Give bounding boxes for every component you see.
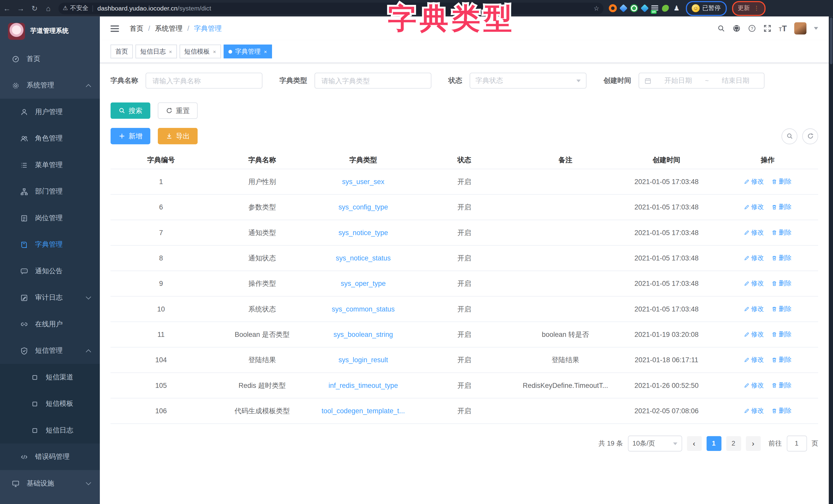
sidebar-item-sms-log[interactable]: 短信日志 <box>0 417 100 444</box>
delete-button[interactable]: 删除 <box>771 406 792 415</box>
page-2-button[interactable]: 2 <box>726 436 741 451</box>
search-icon[interactable] <box>717 24 725 32</box>
dict-type-link[interactable]: sys_notice_status <box>336 254 390 262</box>
dict-type-link[interactable]: tool_codegen_template_t... <box>322 407 405 415</box>
tab-home[interactable]: 首页 <box>111 45 133 58</box>
delete-button[interactable]: 删除 <box>771 228 792 237</box>
table-refresh-button[interactable] <box>802 128 818 144</box>
prev-page-button[interactable]: ‹ <box>687 436 701 451</box>
dict-name-input[interactable] <box>145 73 262 89</box>
home-icon[interactable]: ⌂ <box>41 4 55 12</box>
add-button[interactable]: 新增 <box>111 128 150 144</box>
edit-button[interactable]: 修改 <box>744 406 764 415</box>
goto-page-input[interactable]: 1 <box>787 435 807 451</box>
sidebar-item-sms-channel[interactable]: 短信渠道 <box>0 364 100 390</box>
sidebar-item-infrastructure[interactable]: 基础设施 <box>0 470 100 497</box>
sidebar-item-departments[interactable]: 部门管理 <box>0 178 100 205</box>
close-icon[interactable]: × <box>264 48 267 54</box>
sidebar-item-sms-template[interactable]: 短信模板 <box>0 390 100 417</box>
status-select[interactable]: 字典状态 <box>470 73 587 89</box>
page-1-button[interactable]: 1 <box>706 436 721 451</box>
ext-list-icon[interactable]: on <box>651 5 658 11</box>
help-icon[interactable]: ? <box>748 24 756 32</box>
fullscreen-icon[interactable] <box>763 24 771 32</box>
delete-button[interactable]: 删除 <box>771 356 792 364</box>
bookmark-star-icon[interactable]: ☆ <box>594 5 599 12</box>
close-icon[interactable]: × <box>169 48 172 54</box>
search-button[interactable]: 搜索 <box>111 102 150 119</box>
app-logo[interactable]: 芋道管理系统 <box>0 17 100 46</box>
edit-button[interactable]: 修改 <box>744 279 764 288</box>
font-size-icon[interactable]: ᴛT <box>779 24 787 33</box>
edit-button[interactable]: 修改 <box>744 305 764 313</box>
sidebar-item-error-code[interactable]: 错误码管理 <box>0 444 100 470</box>
delete-button[interactable]: 删除 <box>771 177 792 186</box>
delete-button[interactable]: 删除 <box>771 381 792 390</box>
breadcrumb-home[interactable]: 首页 <box>129 24 143 33</box>
tab-sms-log[interactable]: 短信日志× <box>136 45 177 58</box>
dict-type-input[interactable] <box>315 73 431 89</box>
reset-button[interactable]: 重置 <box>158 102 197 119</box>
breadcrumb-system[interactable]: 系统管理 <box>155 24 183 33</box>
delete-button[interactable]: 删除 <box>771 330 792 339</box>
ext-diamond-icon[interactable] <box>641 4 649 12</box>
sidebar-item-home[interactable]: 首页 <box>0 46 100 72</box>
sidebar-item-posts[interactable]: 岗位管理 <box>0 205 100 231</box>
sidebar-item-roles[interactable]: 角色管理 <box>0 125 100 152</box>
table-search-button[interactable] <box>781 128 797 144</box>
sidebar-item-notice[interactable]: 通知公告 <box>0 258 100 284</box>
hamburger-icon[interactable] <box>111 25 119 31</box>
dict-type-link[interactable]: sys_notice_type <box>338 229 388 236</box>
sidebar-item-system[interactable]: 系统管理 <box>0 72 100 98</box>
forward-icon[interactable]: → <box>14 4 28 12</box>
ext-green-icon[interactable] <box>630 4 638 12</box>
github-icon[interactable] <box>733 24 741 32</box>
browser-profile-chip[interactable]: ☺ 已暂停 <box>686 1 727 16</box>
dict-type-link[interactable]: sys_boolean_string <box>333 330 393 338</box>
menu-dots-icon[interactable]: ⋮ <box>754 5 760 12</box>
reload-icon[interactable]: ↻ <box>28 4 42 12</box>
page-size-select[interactable]: 10条/页 <box>628 435 682 451</box>
next-page-button[interactable]: › <box>746 436 761 451</box>
browser-update-button[interactable]: 更新 ⋮ <box>732 1 765 16</box>
edit-button[interactable]: 修改 <box>744 177 764 186</box>
dict-type-link[interactable]: sys_user_sex <box>342 178 384 185</box>
export-button[interactable]: 导出 <box>158 128 197 144</box>
dict-type-link[interactable]: sys_login_result <box>338 356 388 364</box>
delete-button[interactable]: 删除 <box>771 254 792 262</box>
sidebar-item-menus[interactable]: 菜单管理 <box>0 152 100 178</box>
edit-button[interactable]: 修改 <box>744 356 764 364</box>
sidebar-item-online-users[interactable]: 在线用户 <box>0 311 100 337</box>
back-icon[interactable]: ← <box>0 4 14 12</box>
sidebar-item-dict[interactable]: 字典管理 <box>0 231 100 258</box>
dict-type-link[interactable]: sys_oper_type <box>341 280 386 287</box>
close-icon[interactable]: × <box>213 48 216 54</box>
ext-person-icon[interactable]: ♟ <box>673 4 681 12</box>
delete-button[interactable]: 删除 <box>771 279 792 288</box>
edit-button[interactable]: 修改 <box>744 330 764 339</box>
dict-type-link[interactable]: sys_config_type <box>338 203 388 211</box>
browser-scrollbar[interactable] <box>829 17 833 504</box>
edit-button[interactable]: 修改 <box>744 254 764 262</box>
sidebar-item-users[interactable]: 用户管理 <box>0 99 100 125</box>
delete-button[interactable]: 删除 <box>771 203 792 212</box>
date-range-picker[interactable]: 开始日期 ~ 结束日期 <box>639 73 764 89</box>
address-bar[interactable]: ⚠ 不安全 dashboard.yudao.iocoder.cn/system/… <box>58 2 603 14</box>
divider <box>93 5 93 11</box>
ext-gem-icon[interactable] <box>619 4 627 12</box>
edit-button[interactable]: 修改 <box>744 228 764 237</box>
delete-button[interactable]: 删除 <box>771 305 792 313</box>
sidebar-item-sms[interactable]: 短信管理 <box>0 337 100 364</box>
tab-dict[interactable]: 字典管理× <box>223 45 272 58</box>
caret-down-icon[interactable] <box>814 27 818 30</box>
ext-leaf-icon[interactable] <box>662 5 669 12</box>
tab-sms-template[interactable]: 短信模板× <box>180 45 221 58</box>
sidebar-item-audit-log[interactable]: 审计日志 <box>0 284 100 311</box>
ext-orange-icon[interactable] <box>609 4 617 12</box>
user-avatar[interactable] <box>794 22 807 34</box>
dict-type-link[interactable]: inf_redis_timeout_type <box>329 381 398 389</box>
scrollbar-thumb[interactable] <box>830 18 832 64</box>
dict-type-link[interactable]: sys_common_status <box>332 305 395 313</box>
edit-button[interactable]: 修改 <box>744 381 764 390</box>
edit-button[interactable]: 修改 <box>744 203 764 212</box>
